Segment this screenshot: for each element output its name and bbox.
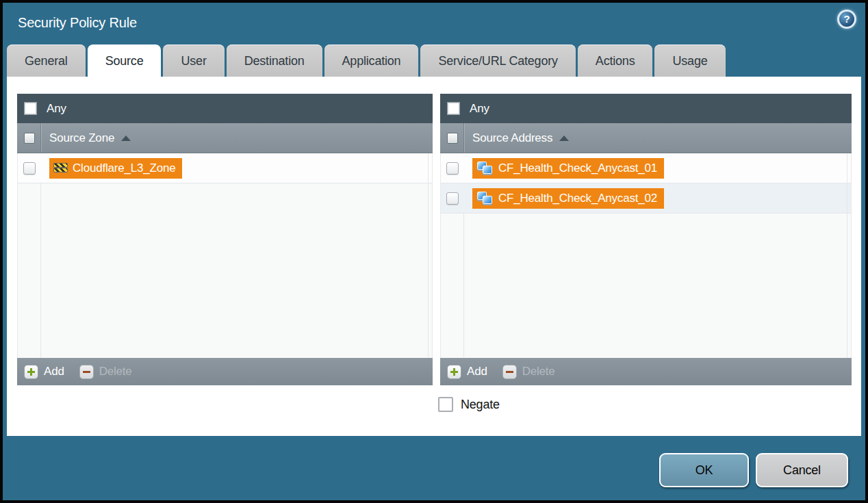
negate-control: Negate (438, 397, 500, 412)
add-button[interactable]: Add (447, 365, 487, 379)
sort-asc-arrow-icon (121, 136, 131, 141)
selected-object-chip[interactable]: CF_Health_Check_Anycast_01 (472, 158, 664, 179)
row-checkbox[interactable] (446, 162, 459, 175)
source-address-panel: Any Source Address CF_Health_Check_Anyca… (440, 94, 852, 385)
minus-icon (79, 365, 94, 379)
any-label: Any (470, 102, 489, 116)
select-all-checkbox[interactable] (447, 133, 458, 144)
tab-actions[interactable]: Actions (578, 44, 653, 77)
tab-source[interactable]: Source (88, 44, 162, 77)
delete-label: Delete (522, 365, 555, 378)
column-separator (40, 123, 41, 153)
row-checkbox[interactable] (446, 192, 459, 205)
dialog-content: Any Source Zone Cloudflare_L3_Zone Add D… (7, 77, 861, 436)
add-button[interactable]: Add (24, 365, 64, 379)
select-all-checkbox[interactable] (24, 133, 35, 144)
source-address-toolbar: Add Delete (440, 358, 852, 385)
table-row[interactable]: CF_Health_Check_Anycast_02 (441, 183, 851, 214)
source-zone-any-header: Any (17, 94, 433, 123)
selected-object-chip[interactable]: CF_Health_Check_Anycast_02 (472, 188, 664, 209)
source-address-any-checkbox[interactable] (447, 102, 460, 115)
address-icon (477, 192, 493, 205)
delete-label: Delete (99, 365, 132, 378)
cancel-button[interactable]: Cancel (756, 453, 848, 487)
table-row[interactable]: Cloudflare_L3_Zone (18, 153, 432, 183)
source-zone-toolbar: Add Delete (17, 358, 433, 385)
source-zone-panel: Any Source Zone Cloudflare_L3_Zone Add D… (17, 94, 433, 385)
plus-icon (447, 365, 461, 379)
dialog-title: Security Policy Rule (18, 3, 137, 42)
column-header-label: Source Zone (49, 131, 114, 145)
security-policy-rule-dialog: Security Policy Rule GeneralSourceUserDe… (0, 0, 868, 503)
any-label: Any (47, 102, 66, 116)
sort-asc-arrow-icon (559, 136, 569, 141)
add-label: Add (467, 365, 487, 378)
help-icon[interactable] (837, 10, 856, 29)
tab-application[interactable]: Application (324, 44, 419, 77)
tab-destination[interactable]: Destination (227, 44, 322, 77)
column-header-label: Source Address (472, 131, 552, 145)
tab-general[interactable]: General (7, 44, 86, 77)
dialog-titlebar: Security Policy Rule (3, 3, 865, 42)
source-address-column-header[interactable]: Source Address (440, 123, 852, 153)
tab-usage[interactable]: Usage (654, 44, 725, 77)
address-icon (477, 162, 493, 175)
negate-checkbox[interactable] (438, 397, 453, 412)
column-separator (463, 123, 464, 153)
plus-icon (24, 365, 38, 379)
negate-label: Negate (461, 398, 500, 412)
tab-bar: GeneralSourceUserDestinationApplicationS… (7, 44, 726, 77)
minus-icon (502, 365, 517, 379)
source-zone-column-header[interactable]: Source Zone (17, 123, 433, 153)
delete-button[interactable]: Delete (79, 365, 132, 379)
source-zone-any-checkbox[interactable] (24, 102, 37, 115)
source-address-any-header: Any (440, 94, 852, 123)
zone-icon (54, 163, 67, 173)
selected-object-chip[interactable]: Cloudflare_L3_Zone (49, 158, 182, 179)
object-name: CF_Health_Check_Anycast_02 (498, 192, 657, 205)
tab-service-url-category[interactable]: Service/URL Category (420, 44, 575, 77)
tab-user[interactable]: User (163, 44, 224, 77)
add-label: Add (44, 365, 64, 378)
ok-button[interactable]: OK (659, 453, 749, 487)
source-address-list: CF_Health_Check_Anycast_01CF_Health_Chec… (440, 153, 852, 358)
table-row[interactable]: CF_Health_Check_Anycast_01 (441, 153, 851, 183)
source-zone-list: Cloudflare_L3_Zone (17, 153, 433, 358)
row-checkbox[interactable] (23, 162, 36, 175)
object-name: CF_Health_Check_Anycast_01 (498, 162, 657, 175)
object-name: Cloudflare_L3_Zone (73, 162, 175, 175)
delete-button[interactable]: Delete (502, 365, 555, 379)
